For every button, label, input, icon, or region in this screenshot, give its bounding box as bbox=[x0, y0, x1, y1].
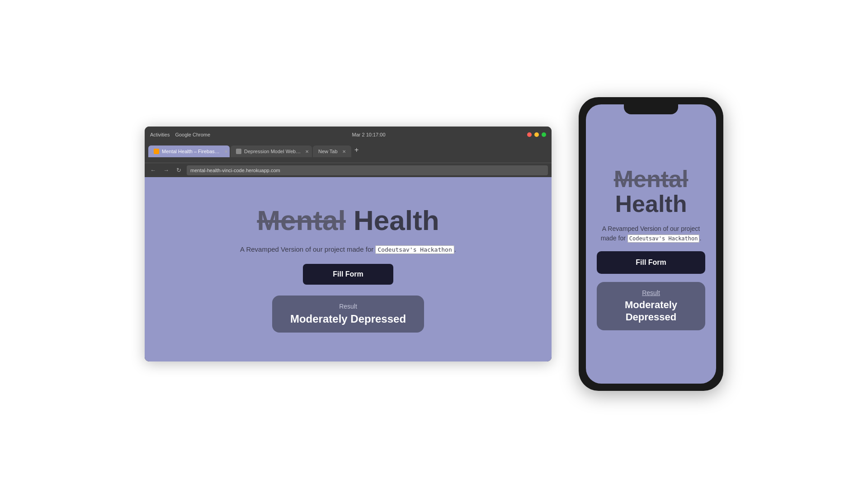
chrome-label: Google Chrome bbox=[175, 132, 210, 137]
tab-label-1: Mental Health – Firebas… bbox=[162, 149, 220, 154]
tab-close-1[interactable]: ✕ bbox=[224, 149, 228, 154]
browser-addressbar: ← → ↻ bbox=[145, 163, 552, 177]
tab-close-3[interactable]: ✕ bbox=[342, 149, 346, 154]
result-card: Result Moderately Depressed bbox=[272, 296, 424, 333]
title-normal: Health bbox=[346, 205, 439, 236]
tab-close-2[interactable]: ✕ bbox=[305, 149, 309, 154]
phone-notch bbox=[624, 104, 678, 114]
phone-title-normal: Health bbox=[615, 191, 687, 217]
activities-label[interactable]: Activities bbox=[150, 132, 170, 137]
subtitle-prefix: A Revamped Version of our project made f… bbox=[240, 245, 375, 253]
phone-result-value: Moderately Depressed bbox=[608, 299, 694, 323]
maximize-btn[interactable] bbox=[542, 132, 546, 137]
subtitle-code: Codeutsav's Hackathon bbox=[375, 245, 454, 254]
browser-topbar: Activities Google Chrome Mar 2 10:17:00 bbox=[145, 127, 552, 143]
reload-button[interactable]: ↻ bbox=[175, 166, 183, 174]
phone-result-card: Result Moderately Depressed bbox=[597, 282, 705, 330]
close-btn[interactable] bbox=[527, 132, 532, 137]
phone-subtitle-code: Codeutsav's Hackathon bbox=[627, 235, 700, 243]
back-button[interactable]: ← bbox=[148, 166, 158, 174]
phone-subtitle: A Revamped Version of our project made f… bbox=[597, 224, 705, 243]
tab-new-tab[interactable]: New Tab ✕ bbox=[313, 145, 351, 157]
browser-chrome: Activities Google Chrome Mar 2 10:17:00 … bbox=[145, 127, 552, 163]
tab-favicon-2 bbox=[236, 149, 241, 154]
phone-subtitle-suffix: . bbox=[699, 235, 701, 242]
subtitle-suffix: . bbox=[454, 245, 456, 253]
tab-label-3: New Tab bbox=[318, 149, 338, 154]
phone-result-label: Result bbox=[608, 289, 694, 296]
result-value: Moderately Depressed bbox=[290, 313, 406, 325]
app-subtitle: A Revamped Version of our project made f… bbox=[240, 245, 456, 253]
phone-screen: Mental Health A Revamped Version of our … bbox=[586, 104, 716, 384]
tab-depression-model[interactable]: Depression Model Web… ✕ bbox=[231, 145, 312, 157]
phone-app-title: Mental Health bbox=[614, 167, 689, 216]
browser-app-content: Mental Health A Revamped Version of our … bbox=[145, 177, 552, 361]
tab-favicon-1 bbox=[154, 149, 159, 154]
browser-tabs: Mental Health – Firebas… ✕ Depression Mo… bbox=[145, 143, 552, 157]
new-tab-button[interactable]: + bbox=[352, 145, 361, 155]
minimize-btn[interactable] bbox=[534, 132, 539, 137]
app-title: Mental Health bbox=[257, 206, 439, 235]
phone-title-strikethrough: Mental bbox=[614, 166, 689, 192]
result-label: Result bbox=[290, 303, 406, 310]
tab-mental-health[interactable]: Mental Health – Firebas… ✕ bbox=[148, 145, 230, 157]
phone-fill-form-button[interactable]: Fill Form bbox=[597, 251, 705, 274]
browser-mockup: Activities Google Chrome Mar 2 10:17:00 … bbox=[145, 127, 552, 361]
tab-label-2: Depression Model Web… bbox=[244, 149, 301, 154]
address-bar[interactable] bbox=[187, 165, 548, 175]
fill-form-button[interactable]: Fill Form bbox=[303, 264, 393, 285]
phone-mockup: Mental Health A Revamped Version of our … bbox=[579, 97, 723, 391]
forward-button[interactable]: → bbox=[161, 166, 171, 174]
window-controls bbox=[527, 132, 546, 137]
topbar-left: Activities Google Chrome bbox=[150, 132, 210, 137]
title-strikethrough: Mental bbox=[257, 205, 345, 236]
topbar-clock: Mar 2 10:17:00 bbox=[352, 132, 386, 137]
